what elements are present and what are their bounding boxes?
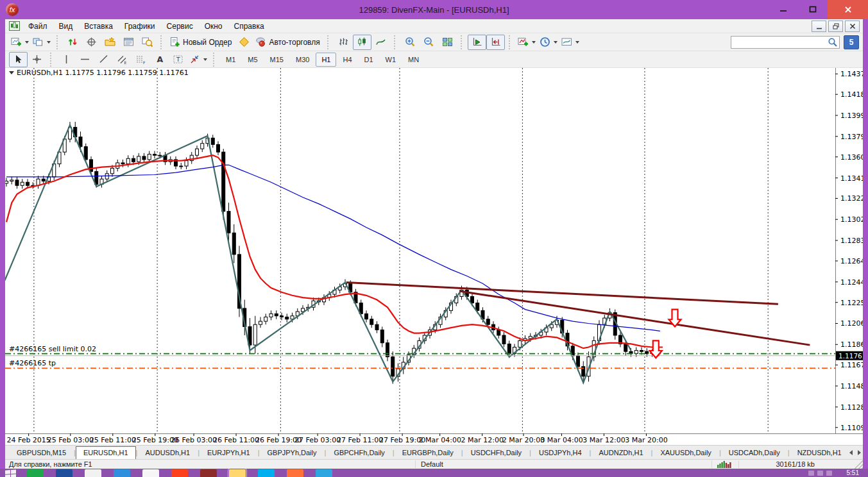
menu-item-file[interactable]: Файл bbox=[22, 21, 53, 32]
strategy-tester-button[interactable] bbox=[138, 35, 157, 50]
timeframe-button-d1[interactable]: D1 bbox=[359, 53, 379, 67]
timeframe-button-m30[interactable]: M30 bbox=[290, 53, 315, 67]
tab-gbpusdh-m15[interactable]: GBPUSDh,M15 bbox=[9, 446, 74, 459]
candlestick-chart[interactable]: #4266165 sell limit 0.02#4266165 tpEURUS… bbox=[5, 68, 863, 445]
minimize-button[interactable] bbox=[769, 0, 798, 19]
tray-icon[interactable] bbox=[826, 471, 832, 476]
chart-area[interactable]: #4266165 sell limit 0.02#4266165 tpEURUS… bbox=[5, 68, 863, 445]
crosshair-button[interactable] bbox=[28, 52, 46, 67]
autotrading-button[interactable]: Авто-торговля bbox=[253, 35, 323, 50]
vertical-line-button[interactable] bbox=[57, 52, 76, 67]
tab-eurjpyh-h1[interactable]: EURJPYh,H1 bbox=[200, 446, 258, 459]
status-profile[interactable]: Default bbox=[416, 460, 712, 468]
zoom-in-button[interactable] bbox=[401, 35, 420, 50]
navigator-button[interactable] bbox=[101, 35, 119, 50]
timeframe-button-w1[interactable]: W1 bbox=[380, 53, 402, 67]
menu-item-window[interactable]: Окно bbox=[199, 21, 228, 32]
file-explorer-icon[interactable] bbox=[229, 469, 246, 477]
chart-close-button[interactable] bbox=[845, 21, 860, 32]
price-axis[interactable]: 1.143751.141851.139901.137951.136051.134… bbox=[835, 70, 863, 432]
tab-eurusdh-h1[interactable]: EURUSDh,H1 bbox=[76, 446, 136, 459]
metaeditor-button[interactable] bbox=[235, 35, 253, 50]
dropdown-caret-icon[interactable] bbox=[532, 41, 536, 44]
equidistant-channel-button[interactable]: E bbox=[113, 52, 132, 67]
tab-audnzdh-h1[interactable]: AUDNZDh,H1 bbox=[591, 446, 651, 459]
text-label-button[interactable]: T bbox=[169, 52, 187, 67]
zoom-out-button[interactable] bbox=[420, 35, 438, 50]
tray-icon[interactable] bbox=[817, 471, 823, 476]
chart-minimize-button[interactable] bbox=[812, 21, 826, 32]
tab-usdchfh-daily[interactable]: USDCHFh,Daily bbox=[463, 446, 529, 459]
new-order-button[interactable]: Новый Ордер bbox=[167, 35, 235, 50]
periods-button[interactable] bbox=[538, 35, 559, 50]
timeframe-button-h1[interactable]: H1 bbox=[316, 53, 336, 67]
tab-xauusdh-daily[interactable]: XAUUSDh,Daily bbox=[652, 446, 719, 459]
trendline-1[interactable] bbox=[346, 283, 778, 305]
tab-audusdh-h1[interactable]: AUDUSDh,H1 bbox=[137, 446, 198, 459]
data-window-button[interactable] bbox=[82, 35, 101, 50]
timeframe-button-m5[interactable]: M5 bbox=[242, 53, 263, 67]
timeframe-button-m1[interactable]: M1 bbox=[220, 53, 241, 67]
cursor-button[interactable] bbox=[9, 52, 28, 67]
symbol-dropdown-icon[interactable] bbox=[9, 71, 14, 74]
terminal-button[interactable] bbox=[119, 35, 138, 50]
word-icon[interactable] bbox=[56, 469, 72, 477]
tray-icon[interactable] bbox=[808, 471, 814, 476]
new-chart-button[interactable] bbox=[9, 35, 31, 50]
chart-shift-button[interactable] bbox=[486, 35, 505, 50]
search-input[interactable] bbox=[731, 36, 840, 49]
tab-usdcadh-daily[interactable]: USDCADh,Daily bbox=[721, 446, 788, 459]
time-axis[interactable]: 24 Feb 201525 Feb 03:0025 Feb 11:0025 Fe… bbox=[6, 433, 667, 444]
text-button[interactable]: A bbox=[150, 52, 169, 67]
maximize-button[interactable] bbox=[798, 0, 828, 19]
resize-grip[interactable] bbox=[854, 460, 863, 469]
menu-item-view[interactable]: Вид bbox=[53, 21, 79, 32]
firefox-icon[interactable] bbox=[287, 469, 303, 477]
dropdown-caret-icon[interactable] bbox=[554, 41, 557, 44]
dropdown-caret-icon[interactable] bbox=[575, 41, 579, 44]
timeframe-button-m15[interactable]: M15 bbox=[264, 53, 289, 67]
line-chart-button[interactable] bbox=[371, 35, 390, 50]
mql5-community-button[interactable]: 5 bbox=[844, 35, 859, 49]
horizontal-line-button[interactable] bbox=[76, 52, 94, 67]
tile-windows-button[interactable] bbox=[438, 35, 457, 50]
yandex-browser-icon[interactable] bbox=[171, 469, 188, 477]
chart-ohlc-header[interactable]: EURUSDh,H1 1.11775 1.11796 1.11759 1.117… bbox=[9, 69, 189, 77]
onedrive-icon[interactable] bbox=[114, 469, 130, 477]
indicators-button[interactable] bbox=[516, 35, 538, 50]
tab-nzdusdh-h1[interactable]: NZDUSDh,H1 bbox=[790, 446, 849, 459]
dropdown-caret-icon[interactable] bbox=[47, 41, 51, 44]
auto-scroll-button[interactable] bbox=[468, 35, 486, 50]
menu-item-insert[interactable]: Вставка bbox=[78, 21, 119, 32]
arrows-tool-button[interactable] bbox=[187, 52, 209, 67]
search-icon[interactable] bbox=[828, 37, 838, 47]
tab-gbpchfh-daily[interactable]: GBPCHFh,Daily bbox=[326, 446, 392, 459]
menu-item-tools[interactable]: Сервис bbox=[161, 21, 199, 32]
tab-gbpjpyh-daily[interactable]: GBPJPYh,Daily bbox=[259, 446, 324, 459]
opera-icon[interactable] bbox=[200, 469, 217, 477]
menu-item-help[interactable]: Справка bbox=[228, 21, 270, 32]
down-arrow-icon-2[interactable] bbox=[650, 340, 662, 358]
store-icon[interactable] bbox=[27, 469, 44, 477]
chrome-icon[interactable] bbox=[85, 469, 101, 477]
timeframe-button-h4[interactable]: H4 bbox=[337, 53, 357, 67]
start-button[interactable] bbox=[5, 469, 17, 477]
profiles-button[interactable] bbox=[31, 35, 53, 50]
close-button[interactable] bbox=[828, 0, 868, 19]
tabs-scroll-right-button[interactable] bbox=[858, 450, 861, 455]
trendline-2[interactable] bbox=[459, 291, 810, 345]
tabs-scroll-left-button[interactable] bbox=[849, 450, 853, 455]
dropdown-caret-icon[interactable] bbox=[203, 58, 207, 61]
app-a-icon[interactable] bbox=[142, 469, 159, 477]
tab-eurgbph-daily[interactable]: EURGBPh,Daily bbox=[395, 446, 461, 459]
timeframe-button-mn[interactable]: MN bbox=[402, 53, 425, 67]
bar-chart-button[interactable] bbox=[334, 35, 353, 50]
dropdown-caret-icon[interactable] bbox=[25, 41, 29, 44]
market-watch-button[interactable] bbox=[64, 35, 82, 50]
templates-button[interactable] bbox=[559, 35, 581, 50]
telegram-icon[interactable] bbox=[316, 469, 332, 477]
skype-icon[interactable] bbox=[258, 469, 275, 477]
chart-restore-button[interactable] bbox=[828, 21, 843, 32]
trendline-button[interactable] bbox=[94, 52, 113, 67]
candlestick-chart-button[interactable] bbox=[353, 35, 371, 50]
